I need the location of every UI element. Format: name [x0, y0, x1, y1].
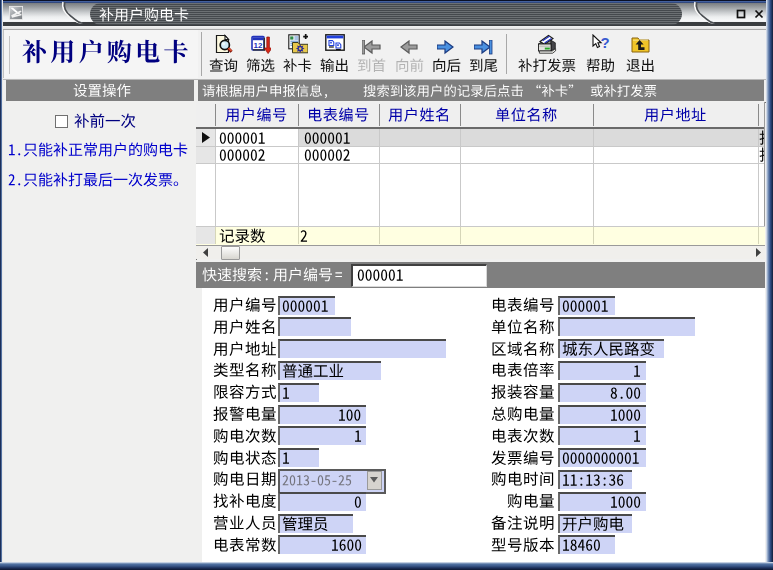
svg-text:12: 12	[253, 41, 262, 50]
svg-text:?: ?	[600, 34, 609, 51]
